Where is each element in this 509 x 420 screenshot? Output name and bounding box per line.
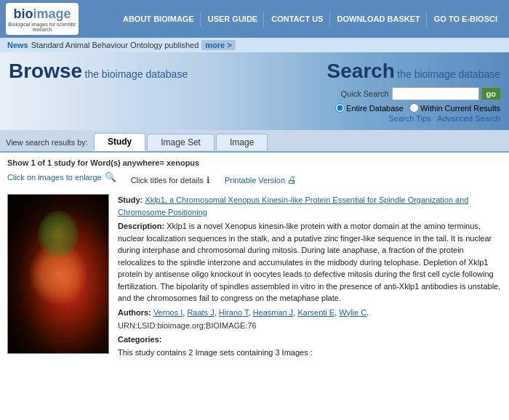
search-tips-link[interactable]: Search Tips [389,114,431,123]
tabs-area: View search results by: Study Image Set … [0,130,509,153]
browse-title: Browse [9,60,82,82]
magnifier-icon: 🔍 [105,171,116,182]
study-text: Study: Xklp1, a Chromosomal Xenopus Kine… [118,194,502,359]
study-authors-row: Authors: Vernos I, Raats J, Hirano T, He… [118,307,502,319]
advanced-search-link[interactable]: Advanced Search [437,114,500,123]
study-title-row: Study: Xklp1, a Chromosomal Xenopus Kine… [118,194,502,218]
within-results-radio[interactable] [409,103,419,113]
quick-search-label: Quick Search [341,89,389,98]
info-icon: ℹ [207,175,210,185]
nav-go-to-ebiosci[interactable]: GO TO E-BIOSCI [428,12,503,26]
study-action-bar: Click on images to enlarge 🔍 Click title… [7,171,502,188]
nav-user-guide[interactable]: USER GUIDE [202,12,264,26]
nav-links: ABOUT BIOIMAGE USER GUIDE CONTACT US DOW… [117,12,503,26]
authors-label: Authors: [118,308,151,317]
nav-contact-us[interactable]: CONTACT US [265,12,329,26]
search-go-button[interactable]: go [482,88,500,100]
count-bold: 1 [31,158,35,167]
browse-section: Browse the bioimage database [9,60,282,83]
urn-row: URN:LSID:bioimage.org:BIOIMAGE:76 [118,320,502,332]
logo-bio: bio [13,7,33,22]
author-vernos[interactable]: Vernos I [153,308,183,317]
count-prefix: Show [7,158,28,167]
click-titles-text: Click titles for details [131,176,204,185]
logo-image[interactable]: bio image Biological images for scientif… [6,3,79,35]
study-title-link[interactable]: Xklp1, a Chromosomal Xenopus Kinesin-lik… [118,195,468,217]
count-middle: of 1 study for Word(s) anywhere= [38,158,164,167]
search-subtitle: the bioimage database [397,68,500,80]
tab-image-set[interactable]: Image Set [147,134,215,150]
categories-description: This study contains 2 Image sets contain… [118,347,502,359]
urn-text: URN:LSID:bioimage.org:BIOIMAGE:76 [118,321,257,330]
nav-download-basket[interactable]: DOWNLOAD BASKET [332,12,427,26]
site-header: bio image Biological images for scientif… [0,0,509,38]
description-label: Description: [118,222,164,230]
search-title: Search [327,60,395,82]
browse-subtitle: the bioimage database [85,68,188,80]
entire-db-radio[interactable] [335,103,345,113]
news-bar: News Standard Animal Behaviour Ontology … [0,38,509,52]
study-content-row: Study: Xklp1, a Chromosomal Xenopus Kine… [7,194,502,359]
enlarge-hint: Click on images to enlarge 🔍 [7,171,116,182]
radio-entire-database[interactable]: Entire Database [335,103,404,113]
view-by-label: View search results by: [6,138,88,147]
author-raats[interactable]: Raats J [187,308,214,317]
news-more-link[interactable]: more > [201,40,235,50]
categories-text: This study contains 2 Image sets contain… [118,348,313,357]
entire-db-label: Entire Database [346,104,404,113]
within-results-label: Within Current Results [420,104,500,113]
news-label: News [7,41,28,49]
results-count: Show 1 of 1 study for Word(s) anywhere= … [7,158,502,167]
printable-version-link[interactable]: Printable Version 🖨 [225,174,297,185]
tab-study[interactable]: Study [94,133,145,151]
search-options: Entire Database Within Current Results [282,103,500,113]
news-text: Standard Animal Behaviour Ontology publi… [31,41,199,49]
author-heasman[interactable]: Heasman J [253,308,294,317]
study-title-label: Study: [118,195,143,204]
categories-label: Categories: [118,335,162,344]
browse-search-section: Browse the bioimage database Search the … [0,52,509,130]
study-description-row: Description: Xklp1 is a novel Xenopus ki… [118,220,502,304]
radio-within-results[interactable]: Within Current Results [409,103,500,113]
count-query: xenopus [167,158,199,167]
author-karsenti[interactable]: Karsenti E [297,308,334,317]
tab-image[interactable]: Image [216,134,268,150]
logo-area: bio image Biological images for scientif… [6,3,79,35]
categories-row: Categories: [118,334,502,346]
author-wylie[interactable]: Wylie C [339,308,366,317]
logo-image-text: image [33,7,71,22]
study-image[interactable] [7,194,109,354]
results-area: Show 1 of 1 study for Word(s) anywhere= … [0,153,509,365]
search-input[interactable] [392,87,479,100]
printable-text: Printable Version [225,176,285,185]
study-image-visual [8,195,108,353]
search-tips-row: Search Tips Advanced Search [282,114,500,123]
search-row: Quick Search go [282,87,500,100]
search-section: Search the bioimage database Quick Searc… [282,60,500,123]
authors-text: Vernos I, Raats J, Hirano T, Heasman J, … [153,308,369,317]
printer-icon: 🖨 [287,174,297,185]
enlarge-text: Click on images to enlarge [7,173,102,182]
description-text: Xklp1 is a novel Xenopus kinesin-like pr… [118,222,500,302]
logo-tagline: Biological images for scientific researc… [6,22,79,32]
click-titles: Click titles for details ℹ [131,175,210,185]
author-hirano[interactable]: Hirano T [219,308,249,317]
nav-about-bioimage[interactable]: ABOUT BIOIMAGE [117,12,201,26]
